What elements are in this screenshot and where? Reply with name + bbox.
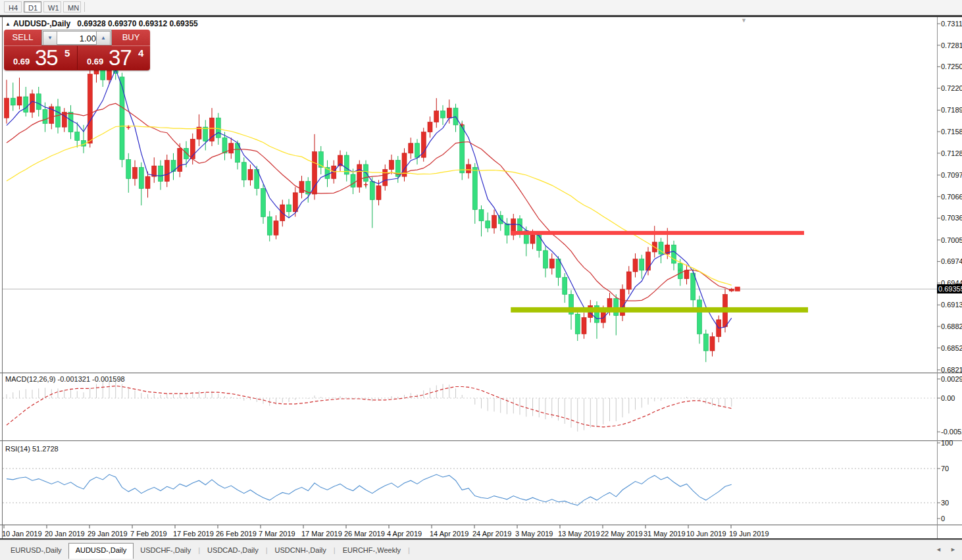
price-axis-label: 0.73115: [941, 20, 962, 28]
candle-body: [563, 278, 567, 295]
date-axis-label: 17 Mar 2019: [301, 530, 342, 538]
rsi-axis-label: 70: [941, 465, 962, 472]
candle-body: [43, 109, 47, 123]
price-axis-label: 0.68825: [941, 322, 962, 330]
symbol-collapse-icon[interactable]: ▲: [5, 21, 11, 27]
date-axis-label: 26 Feb 2019: [216, 530, 257, 538]
candle-body: [229, 143, 234, 153]
tab-usdcad-daily[interactable]: USDCAD-,Daily: [201, 544, 265, 557]
axis-border: [937, 17, 938, 538]
candle-body: [267, 216, 272, 235]
candle-body: [5, 98, 9, 118]
candle-body: [467, 165, 471, 173]
candle-body: [697, 300, 702, 334]
candle-body: [575, 314, 580, 334]
candle-body: [75, 132, 80, 141]
candle-body: [88, 74, 92, 143]
candle-body: [691, 273, 696, 300]
symbol-name: AUDUSD-,Daily: [13, 19, 70, 28]
bid-price-prefix: 0.69: [13, 57, 30, 66]
pane-divider: [0, 373, 962, 374]
date-axis-label: 19 Jun 2019: [729, 530, 769, 538]
candle-body: [505, 224, 509, 235]
price-axis-label: 0.71585: [941, 128, 962, 136]
price-axis-label: 0.72200: [941, 84, 962, 92]
pane-divider: [0, 524, 962, 525]
date-axis-label: 31 May 2019: [644, 530, 686, 538]
tab-eurchf-weekly[interactable]: EURCHF-,Weekly: [336, 544, 407, 557]
price-axis-label: 0.68520: [941, 344, 962, 352]
tab-eurusd-daily[interactable]: EURUSD-,Daily: [4, 544, 68, 557]
candle-body: [68, 113, 73, 132]
candle-body: [287, 205, 291, 212]
rsi-axis-label: 30: [941, 499, 962, 507]
candle-body: [486, 221, 490, 228]
chart-title: ▲AUDUSD-,Daily0.69328 0.69370 0.69312 0.…: [5, 19, 198, 28]
candle-body: [626, 272, 631, 290]
date-axis-label: 4 Apr 2019: [387, 530, 422, 538]
candle-body: [133, 167, 138, 178]
date-axis-label: 13 May 2019: [558, 530, 600, 538]
candle-body: [159, 166, 163, 182]
trading-terminal-window: H4 D1 W1 MN +++++ ▲AUDUSD-,Daily0.69328 …: [0, 0, 962, 560]
candle-body: [222, 138, 227, 153]
date-axis-label: 10 Jun 2019: [686, 530, 726, 538]
price-axis-label: 0.71280: [941, 149, 962, 157]
volume-input[interactable]: [57, 31, 98, 45]
tab-audusd-daily[interactable]: AUDUSD-,Daily: [68, 543, 134, 559]
price-axis-label: 0.72810: [941, 41, 962, 49]
rsi-axis-label: 100: [941, 439, 962, 447]
one-click-trading-panel: SELL ▼ ▲ BUY 0.69 35 5 0.69 37 4: [4, 30, 150, 70]
volume-increase-icon[interactable]: ▲: [96, 31, 111, 45]
candle-body: [633, 259, 638, 272]
candle-body: [703, 334, 708, 351]
chart-canvas[interactable]: +++++: [0, 0, 962, 560]
candle-body: [710, 337, 715, 351]
candle-body: [274, 221, 278, 235]
ohlc-readout: 0.69328 0.69370 0.69312 0.69355: [77, 19, 198, 28]
ask-price-button[interactable]: 0.69 37 4: [78, 46, 150, 70]
candle-body: [197, 127, 201, 139]
current-price-tag: 0.69355: [937, 284, 962, 293]
candle-body: [17, 97, 22, 105]
bid-price-button[interactable]: 0.69 35 5: [4, 46, 76, 70]
tab-usdcnh-daily[interactable]: USDCNH-,Daily: [268, 544, 333, 557]
sell-button[interactable]: SELL: [4, 30, 41, 46]
date-axis-label: 3 May 2019: [515, 530, 553, 538]
candle-body: [447, 108, 451, 118]
panel-collapse-icon[interactable]: ▼: [741, 17, 747, 24]
chart-tab-bar: EURUSD-,DailyAUDUSD-,DailyUSDCHF-,Daily|…: [0, 540, 962, 560]
resistance-line: [511, 231, 804, 235]
candle-body: [530, 235, 535, 243]
tab-usdchf-daily[interactable]: USDCHF-,Daily: [134, 544, 197, 557]
candle-body: [203, 127, 208, 141]
volume-decrease-icon[interactable]: ▼: [43, 31, 57, 45]
candle-body: [434, 111, 439, 122]
candle-body: [351, 174, 355, 187]
candle-body: [261, 188, 266, 216]
fractal-marker: +: [363, 180, 368, 190]
macd-axis-label: -0.005256: [941, 428, 962, 436]
tab-separator: |: [198, 546, 200, 554]
chart-left-border: [2, 17, 3, 538]
tab-scroll-left-icon[interactable]: ◄: [936, 546, 942, 553]
macd-axis-label: 0.00: [941, 394, 962, 402]
price-axis-label: 0.70665: [941, 193, 962, 201]
candle-body: [492, 215, 497, 228]
bid-price-big: 35: [35, 45, 58, 70]
bid-price-sup: 5: [64, 47, 70, 59]
rsi-indicator-label: RSI(14) 51.2728: [5, 445, 59, 453]
candle-body: [24, 97, 28, 113]
rsi-line: [7, 474, 732, 505]
candle-body: [549, 259, 554, 268]
pane-divider: [0, 441, 962, 442]
rsi-axis-label: 0: [941, 515, 962, 522]
candle-body: [537, 235, 542, 251]
ask-price-prefix: 0.69: [87, 57, 103, 66]
ma-line-34: [7, 126, 732, 286]
buy-button[interactable]: BUY: [112, 30, 150, 46]
candle-body: [415, 143, 420, 157]
candle-body: [120, 77, 124, 159]
fractal-marker: +: [460, 120, 465, 130]
tab-scroll-right-icon[interactable]: ►: [950, 546, 956, 553]
